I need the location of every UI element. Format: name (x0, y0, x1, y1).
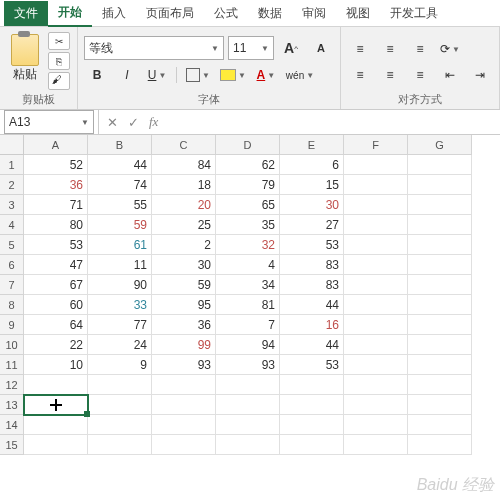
decrease-indent-button[interactable]: ⇤ (437, 64, 463, 86)
row-header[interactable]: 10 (0, 335, 24, 355)
cell[interactable]: 55 (88, 195, 152, 215)
cell[interactable]: 44 (280, 335, 344, 355)
cell[interactable]: 25 (152, 215, 216, 235)
cell[interactable]: 74 (88, 175, 152, 195)
cell[interactable]: 71 (24, 195, 88, 215)
align-top-button[interactable]: ≡ (347, 38, 373, 60)
cell[interactable] (344, 375, 408, 395)
tab-home[interactable]: 开始 (48, 0, 92, 27)
cell[interactable]: 84 (152, 155, 216, 175)
font-size-select[interactable]: 11▼ (228, 36, 274, 60)
font-name-select[interactable]: 等线▼ (84, 36, 224, 60)
cell[interactable] (344, 435, 408, 455)
cell[interactable] (216, 395, 280, 415)
border-button[interactable]: ▼ (183, 64, 213, 86)
cell[interactable]: 30 (152, 255, 216, 275)
cell[interactable]: 59 (152, 275, 216, 295)
cell[interactable]: 44 (88, 155, 152, 175)
cell[interactable] (408, 215, 472, 235)
cell[interactable] (408, 315, 472, 335)
cell[interactable] (344, 175, 408, 195)
cell[interactable] (408, 255, 472, 275)
cell[interactable] (344, 395, 408, 415)
cell[interactable]: 77 (88, 315, 152, 335)
cell[interactable]: 15 (280, 175, 344, 195)
cell[interactable]: 90 (88, 275, 152, 295)
cell[interactable] (344, 295, 408, 315)
formula-bar[interactable] (166, 111, 500, 133)
row-header[interactable]: 13 (0, 395, 24, 415)
cell[interactable]: 79 (216, 175, 280, 195)
cell[interactable]: 80 (24, 215, 88, 235)
cell[interactable] (408, 275, 472, 295)
cell[interactable]: 94 (216, 335, 280, 355)
cell[interactable]: 83 (280, 255, 344, 275)
cell[interactable]: 7 (216, 315, 280, 335)
cell[interactable] (344, 155, 408, 175)
cell[interactable]: 93 (216, 355, 280, 375)
cell[interactable]: 10 (24, 355, 88, 375)
cell[interactable]: 36 (152, 315, 216, 335)
column-header[interactable]: B (88, 135, 152, 155)
cell[interactable] (152, 415, 216, 435)
insert-function-button[interactable]: fx (147, 114, 160, 130)
cell[interactable] (344, 335, 408, 355)
italic-button[interactable]: I (114, 64, 140, 86)
font-color-button[interactable]: A▼ (253, 64, 279, 86)
column-header[interactable]: C (152, 135, 216, 155)
cell[interactable] (344, 315, 408, 335)
column-header[interactable]: A (24, 135, 88, 155)
cell[interactable] (408, 295, 472, 315)
cell[interactable] (216, 435, 280, 455)
align-center-button[interactable]: ≡ (377, 64, 403, 86)
cell[interactable] (216, 375, 280, 395)
cell[interactable]: 33 (88, 295, 152, 315)
cell[interactable]: 93 (152, 355, 216, 375)
row-header[interactable]: 9 (0, 315, 24, 335)
cell[interactable] (280, 375, 344, 395)
cell[interactable]: 59 (88, 215, 152, 235)
cell[interactable] (88, 415, 152, 435)
cell[interactable] (408, 415, 472, 435)
cell[interactable] (88, 395, 152, 415)
cell[interactable] (408, 155, 472, 175)
column-header[interactable]: G (408, 135, 472, 155)
cell[interactable] (344, 195, 408, 215)
cell[interactable] (408, 175, 472, 195)
cell[interactable] (408, 235, 472, 255)
cell[interactable] (24, 415, 88, 435)
cell[interactable] (344, 355, 408, 375)
cell[interactable] (280, 415, 344, 435)
cell[interactable]: 9 (88, 355, 152, 375)
cell[interactable]: 11 (88, 255, 152, 275)
cell[interactable]: 27 (280, 215, 344, 235)
cell[interactable]: 22 (24, 335, 88, 355)
row-header[interactable]: 14 (0, 415, 24, 435)
cell[interactable]: 53 (280, 235, 344, 255)
orientation-button[interactable]: ⟳▼ (437, 38, 463, 60)
cell[interactable] (408, 395, 472, 415)
cell[interactable]: 34 (216, 275, 280, 295)
row-header[interactable]: 7 (0, 275, 24, 295)
cell[interactable] (344, 215, 408, 235)
cell[interactable] (152, 435, 216, 455)
cell[interactable] (408, 435, 472, 455)
cell[interactable] (152, 375, 216, 395)
cancel-formula-button[interactable]: ✕ (105, 115, 120, 130)
cell[interactable] (344, 255, 408, 275)
row-header[interactable]: 3 (0, 195, 24, 215)
cell[interactable]: 4 (216, 255, 280, 275)
worksheet-grid[interactable]: ABCDEFG152448462623674187915371552065304… (0, 135, 500, 455)
decrease-font-button[interactable]: A (308, 37, 334, 59)
bold-button[interactable]: B (84, 64, 110, 86)
cell[interactable] (24, 395, 88, 415)
increase-font-button[interactable]: A^ (278, 37, 304, 59)
cell[interactable] (344, 235, 408, 255)
cell[interactable]: 61 (88, 235, 152, 255)
cell[interactable]: 47 (24, 255, 88, 275)
row-header[interactable]: 8 (0, 295, 24, 315)
row-header[interactable]: 12 (0, 375, 24, 395)
cell[interactable]: 35 (216, 215, 280, 235)
tab-page-layout[interactable]: 页面布局 (136, 1, 204, 26)
cell[interactable] (216, 415, 280, 435)
